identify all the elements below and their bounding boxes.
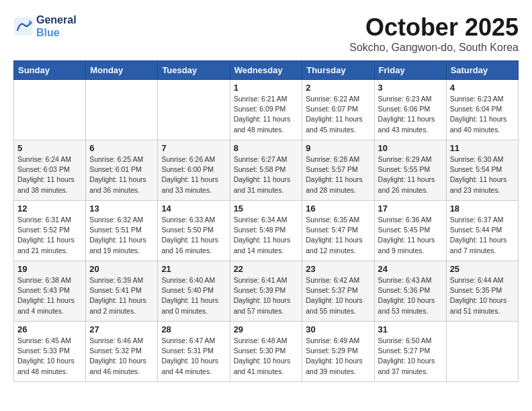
day-info: Sunrise: 6:34 AMSunset: 5:48 PMDaylight:… [234, 215, 299, 256]
weekday-header: Friday [374, 61, 446, 80]
day-number: 28 [161, 324, 226, 334]
calendar-cell: 4Sunrise: 6:23 AMSunset: 6:04 PMDaylight… [446, 80, 518, 140]
title-block: October 2025 Sokcho, Gangwon-do, South K… [349, 13, 519, 54]
day-number: 10 [378, 143, 443, 153]
location-subtitle: Sokcho, Gangwon-do, South Korea [349, 42, 519, 54]
day-info: Sunrise: 6:24 AMSunset: 6:03 PMDaylight:… [17, 154, 82, 195]
day-info: Sunrise: 6:50 AMSunset: 5:27 PMDaylight:… [378, 336, 443, 377]
day-number: 31 [378, 324, 443, 334]
day-info: Sunrise: 6:40 AMSunset: 5:40 PMDaylight:… [161, 275, 226, 316]
calendar-cell: 20Sunrise: 6:39 AMSunset: 5:41 PMDayligh… [86, 261, 158, 322]
day-number: 2 [306, 83, 370, 93]
day-info: Sunrise: 6:39 AMSunset: 5:41 PMDaylight:… [89, 275, 154, 316]
day-number: 27 [89, 324, 154, 334]
day-number: 11 [450, 143, 515, 153]
day-number: 16 [306, 203, 370, 214]
day-info: Sunrise: 6:29 AMSunset: 5:55 PMDaylight:… [378, 154, 443, 195]
day-number: 30 [306, 324, 370, 334]
day-info: Sunrise: 6:48 AMSunset: 5:30 PMDaylight:… [234, 336, 299, 377]
calendar-cell: 10Sunrise: 6:29 AMSunset: 5:55 PMDayligh… [374, 140, 446, 201]
calendar-cell: 27Sunrise: 6:46 AMSunset: 5:32 PMDayligh… [86, 322, 158, 382]
day-number: 3 [378, 83, 443, 93]
calendar-cell: 15Sunrise: 6:34 AMSunset: 5:48 PMDayligh… [230, 201, 302, 261]
calendar-week-row: 1Sunrise: 6:21 AMSunset: 6:09 PMDaylight… [14, 80, 519, 140]
calendar-cell: 16Sunrise: 6:35 AMSunset: 5:47 PMDayligh… [302, 201, 374, 261]
day-number: 24 [378, 264, 443, 274]
calendar-cell: 22Sunrise: 6:41 AMSunset: 5:39 PMDayligh… [230, 261, 302, 322]
day-number: 20 [89, 264, 154, 274]
day-number: 12 [17, 203, 82, 214]
day-info: Sunrise: 6:33 AMSunset: 5:50 PMDaylight:… [161, 215, 226, 256]
calendar-cell: 11Sunrise: 6:30 AMSunset: 5:54 PMDayligh… [446, 140, 518, 201]
day-info: Sunrise: 6:22 AMSunset: 6:07 PMDaylight:… [306, 94, 370, 135]
calendar-cell: 17Sunrise: 6:36 AMSunset: 5:45 PMDayligh… [374, 201, 446, 261]
calendar-cell: 6Sunrise: 6:25 AMSunset: 6:01 PMDaylight… [86, 140, 158, 201]
day-number: 19 [17, 264, 82, 274]
calendar-cell: 29Sunrise: 6:48 AMSunset: 5:30 PMDayligh… [230, 322, 302, 382]
calendar-table: SundayMondayTuesdayWednesdayThursdayFrid… [13, 60, 519, 382]
day-info: Sunrise: 6:28 AMSunset: 5:57 PMDaylight:… [306, 154, 370, 195]
logo: General Blue [13, 13, 77, 39]
calendar-cell: 3Sunrise: 6:23 AMSunset: 6:06 PMDaylight… [374, 80, 446, 140]
calendar-cell: 26Sunrise: 6:45 AMSunset: 5:33 PMDayligh… [14, 322, 86, 382]
calendar-week-row: 26Sunrise: 6:45 AMSunset: 5:33 PMDayligh… [14, 322, 519, 382]
day-info: Sunrise: 6:21 AMSunset: 6:09 PMDaylight:… [234, 94, 299, 135]
calendar-cell [158, 80, 230, 140]
day-number: 7 [161, 143, 226, 153]
calendar-cell: 23Sunrise: 6:42 AMSunset: 5:37 PMDayligh… [302, 261, 374, 322]
calendar-week-row: 5Sunrise: 6:24 AMSunset: 6:03 PMDaylight… [14, 140, 519, 201]
day-number: 29 [234, 324, 299, 334]
day-number: 4 [450, 83, 515, 93]
page-header: General Blue October 2025 Sokcho, Gangwo… [13, 13, 519, 54]
calendar-cell: 14Sunrise: 6:33 AMSunset: 5:50 PMDayligh… [158, 201, 230, 261]
day-number: 23 [306, 264, 370, 274]
day-info: Sunrise: 6:42 AMSunset: 5:37 PMDaylight:… [306, 275, 370, 316]
calendar-cell: 2Sunrise: 6:22 AMSunset: 6:07 PMDaylight… [302, 80, 374, 140]
day-info: Sunrise: 6:23 AMSunset: 6:06 PMDaylight:… [378, 94, 443, 135]
day-info: Sunrise: 6:41 AMSunset: 5:39 PMDaylight:… [234, 275, 299, 316]
day-number: 26 [17, 324, 82, 334]
calendar-cell: 21Sunrise: 6:40 AMSunset: 5:40 PMDayligh… [158, 261, 230, 322]
day-number: 9 [306, 143, 370, 153]
calendar-cell: 12Sunrise: 6:31 AMSunset: 5:52 PMDayligh… [14, 201, 86, 261]
calendar-cell: 24Sunrise: 6:43 AMSunset: 5:36 PMDayligh… [374, 261, 446, 322]
day-info: Sunrise: 6:31 AMSunset: 5:52 PMDaylight:… [17, 215, 82, 256]
month-title: October 2025 [349, 13, 519, 42]
day-number: 8 [234, 143, 299, 153]
day-info: Sunrise: 6:26 AMSunset: 6:00 PMDaylight:… [161, 154, 226, 195]
calendar-cell: 28Sunrise: 6:47 AMSunset: 5:31 PMDayligh… [158, 322, 230, 382]
day-number: 18 [450, 203, 515, 214]
calendar-cell: 18Sunrise: 6:37 AMSunset: 5:44 PMDayligh… [446, 201, 518, 261]
day-info: Sunrise: 6:32 AMSunset: 5:51 PMDaylight:… [89, 215, 154, 256]
day-number: 17 [378, 203, 443, 214]
calendar-cell [14, 80, 86, 140]
calendar-cell: 9Sunrise: 6:28 AMSunset: 5:57 PMDaylight… [302, 140, 374, 201]
logo-text: General Blue [36, 13, 77, 39]
svg-rect-0 [15, 17, 33, 36]
day-info: Sunrise: 6:23 AMSunset: 6:04 PMDaylight:… [450, 94, 515, 135]
day-number: 25 [450, 264, 515, 274]
weekday-header: Wednesday [230, 61, 302, 80]
calendar-week-row: 12Sunrise: 6:31 AMSunset: 5:52 PMDayligh… [14, 201, 519, 261]
day-info: Sunrise: 6:44 AMSunset: 5:35 PMDaylight:… [450, 275, 515, 316]
day-info: Sunrise: 6:30 AMSunset: 5:54 PMDaylight:… [450, 154, 515, 195]
calendar-cell: 7Sunrise: 6:26 AMSunset: 6:00 PMDaylight… [158, 140, 230, 201]
weekday-header: Saturday [446, 61, 518, 80]
day-info: Sunrise: 6:27 AMSunset: 5:58 PMDaylight:… [234, 154, 299, 195]
day-number: 22 [234, 264, 299, 274]
calendar-cell: 30Sunrise: 6:49 AMSunset: 5:29 PMDayligh… [302, 322, 374, 382]
calendar-cell: 5Sunrise: 6:24 AMSunset: 6:03 PMDaylight… [14, 140, 86, 201]
logo-icon [13, 16, 34, 36]
day-info: Sunrise: 6:25 AMSunset: 6:01 PMDaylight:… [89, 154, 154, 195]
calendar-cell [86, 80, 158, 140]
calendar-cell: 31Sunrise: 6:50 AMSunset: 5:27 PMDayligh… [374, 322, 446, 382]
day-info: Sunrise: 6:47 AMSunset: 5:31 PMDaylight:… [161, 336, 226, 377]
day-number: 5 [17, 143, 82, 153]
calendar-cell: 13Sunrise: 6:32 AMSunset: 5:51 PMDayligh… [86, 201, 158, 261]
calendar-cell: 1Sunrise: 6:21 AMSunset: 6:09 PMDaylight… [230, 80, 302, 140]
day-info: Sunrise: 6:35 AMSunset: 5:47 PMDaylight:… [306, 215, 370, 256]
weekday-header: Sunday [14, 61, 86, 80]
day-number: 1 [234, 83, 299, 93]
day-number: 14 [161, 203, 226, 214]
day-number: 21 [161, 264, 226, 274]
